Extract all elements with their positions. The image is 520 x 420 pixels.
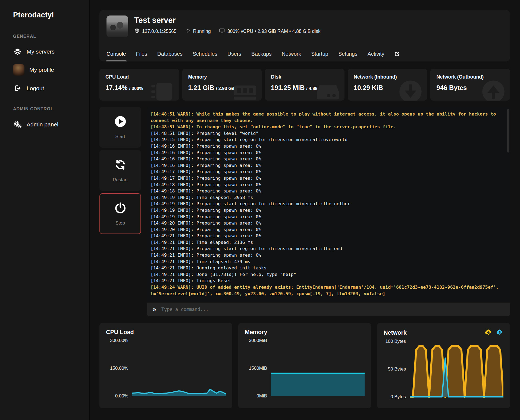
y-tick-label: 300.00% bbox=[110, 338, 128, 343]
sidebar-item-label: Admin panel bbox=[27, 121, 58, 128]
console-scrollbar[interactable] bbox=[507, 109, 509, 153]
layers-icon bbox=[13, 48, 22, 55]
server-title: Test server bbox=[134, 16, 321, 25]
stat-value: 1.21 GiB bbox=[188, 84, 214, 91]
external-link-icon[interactable] bbox=[394, 51, 400, 57]
console-line: [14:48:51 INFO]: Preparing level "world" bbox=[151, 130, 503, 137]
server-status: Running bbox=[185, 28, 211, 35]
charts-row: CPU Load 300.00%150.00%0.00% Memory 3000… bbox=[99, 323, 510, 408]
stat-card-memory: Memory1.21 GiB/ 2.93 GiB bbox=[182, 69, 262, 101]
cpu-chart-ylabels: 300.00%150.00%0.00% bbox=[106, 340, 132, 397]
console-line: [14:49:21 INFO]: Preparing start region … bbox=[151, 245, 503, 252]
network-chart-plot bbox=[410, 340, 503, 398]
y-tick-label: 150.00% bbox=[110, 366, 128, 371]
console-line: [14:49:20 INFO]: Preparing spawn area: 0… bbox=[151, 226, 503, 233]
console-line: [14:49:19 INFO]: Preparing start region … bbox=[151, 201, 503, 207]
wifi-icon bbox=[185, 28, 191, 35]
tab-backups[interactable]: Backups bbox=[251, 46, 272, 61]
cloud-download-icon bbox=[485, 329, 492, 337]
server-address: 127.0.0.1:25565 bbox=[134, 28, 177, 35]
brand-logo: Pterodactyl bbox=[13, 11, 89, 19]
stat-value: 191.25 MiB bbox=[271, 84, 305, 91]
console-line: [14:49:21 INFO]: Preparing spawn area: 0… bbox=[151, 252, 503, 259]
memory-icon bbox=[232, 78, 258, 101]
tab-files[interactable]: Files bbox=[136, 46, 147, 61]
start-button[interactable]: Start bbox=[99, 107, 141, 148]
console-log[interactable]: [14:48:51 WARN]: While this makes the ga… bbox=[147, 107, 510, 303]
console-line: [14:49:16 INFO]: Preparing spawn area: 0… bbox=[151, 143, 503, 150]
globe-icon bbox=[134, 28, 140, 35]
tab-users[interactable]: Users bbox=[227, 46, 241, 61]
cpu-load-chart: CPU Load 300.00%150.00%0.00% bbox=[99, 323, 232, 408]
console-line: [14:49:16 INFO]: Preparing spawn area: 0… bbox=[151, 150, 503, 156]
stat-value: 10.29 KiB bbox=[354, 84, 383, 91]
download-circle-icon bbox=[397, 78, 424, 101]
server-thumbnail bbox=[106, 15, 128, 37]
stop-button[interactable]: Stop bbox=[99, 193, 141, 234]
console-line: [14:49:17 INFO]: Preparing spawn area: 0… bbox=[151, 175, 503, 182]
cloud-upload-icon bbox=[496, 329, 503, 337]
prompt-chevrons-icon: » bbox=[153, 306, 156, 313]
profile-avatar bbox=[13, 64, 24, 76]
stat-card-network-outbound: Network (Outbound)946 Bytes bbox=[430, 69, 510, 101]
tab-schedules[interactable]: Schedules bbox=[193, 46, 217, 61]
command-input[interactable] bbox=[161, 306, 504, 312]
y-tick-label: 50 Bytes bbox=[388, 366, 406, 372]
server-specs: 300% vCPU • 2.93 GiB RAM • 4.88 GiB disk bbox=[219, 28, 321, 35]
tab-databases[interactable]: Databases bbox=[157, 46, 183, 61]
sidebar-item-logout[interactable]: Logout bbox=[13, 85, 89, 92]
stat-card-network-inbound: Network (Inbound)10.29 KiB bbox=[348, 69, 427, 101]
console-line: [14:48:51 WARN]: While this makes the ga… bbox=[151, 111, 503, 124]
console-line: [14:49:24 WARN]: UUID of added entity al… bbox=[151, 284, 503, 297]
sidebar-item-label: My profile bbox=[29, 67, 54, 73]
stat-card-disk: Disk191.25 MiB/ 4.88 GiB bbox=[265, 69, 344, 101]
server-address-text: 127.0.0.1:25565 bbox=[142, 29, 177, 34]
tab-startup[interactable]: Startup bbox=[311, 46, 328, 61]
sidebar-item-my-servers[interactable]: My servers bbox=[13, 48, 89, 55]
sidebar-item-label: Logout bbox=[27, 85, 44, 92]
memory-chart: Memory 3000MiB1500MiB0MiB bbox=[238, 323, 371, 408]
stat-limit: / 300% bbox=[129, 86, 143, 91]
monitor-icon bbox=[219, 28, 225, 35]
sidebar-item-my-profile[interactable]: My profile bbox=[13, 64, 89, 76]
console-line: [14:49:21 INFO]: Preparing spawn area: 0… bbox=[151, 233, 503, 239]
memory-chart-ylabels: 3000MiB1500MiB0MiB bbox=[245, 340, 271, 397]
tab-network[interactable]: Network bbox=[282, 46, 301, 61]
play-icon bbox=[114, 115, 127, 129]
sidebar: Pterodactyl GENERAL My servers My profil… bbox=[0, 0, 90, 420]
console-line: [14:49:18 INFO]: Preparing spawn area: 0… bbox=[151, 182, 503, 188]
stat-value: 946 Bytes bbox=[436, 84, 467, 91]
sidebar-item-admin-panel[interactable]: Admin panel bbox=[13, 120, 89, 128]
y-tick-label: 0 Bytes bbox=[390, 394, 406, 400]
console-line: [14:49:16 INFO]: Preparing spawn area: 0… bbox=[151, 162, 503, 169]
restart-button[interactable]: Restart bbox=[99, 150, 141, 191]
tab-activity[interactable]: Activity bbox=[368, 46, 384, 61]
network-chart: Network bbox=[377, 323, 510, 408]
console-line: [14:49:20 INFO]: Preparing spawn area: 0… bbox=[151, 220, 503, 226]
stat-value: 17.14% bbox=[105, 84, 127, 91]
tab-settings[interactable]: Settings bbox=[338, 46, 357, 61]
chip-icon bbox=[149, 78, 176, 101]
power-buttons: Start Restart bbox=[99, 107, 141, 316]
network-chart-ylabels: 100 Bytes50 Bytes0 Bytes bbox=[384, 340, 410, 398]
console-line: [14:49:21 INFO]: Time elapsed: 2136 ms bbox=[151, 239, 503, 246]
restart-icon bbox=[114, 158, 127, 172]
start-label: Start bbox=[115, 134, 125, 139]
console-line: [14:49:21 INFO]: Timings Reset bbox=[151, 278, 503, 284]
logout-icon bbox=[13, 85, 22, 92]
console-line: [14:49:19 INFO]: Preparing spawn area: 0… bbox=[151, 214, 503, 220]
disk-icon bbox=[315, 78, 341, 101]
server-header: Test server 127.0.0.1:25565 Running bbox=[99, 10, 510, 61]
console-line: [14:49:21 INFO]: Done (31.731s)! For hel… bbox=[151, 271, 503, 278]
tab-console[interactable]: Console bbox=[106, 46, 126, 61]
network-legend bbox=[485, 329, 503, 337]
console-line: [14:49:19 INFO]: Time elapsed: 3958 ms bbox=[151, 194, 503, 201]
restart-label: Restart bbox=[113, 177, 128, 183]
console-line: [14:49:16 INFO]: Preparing spawn area: 0… bbox=[151, 156, 503, 162]
stat-card-cpu-load: CPU Load17.14%/ 300% bbox=[99, 69, 179, 101]
stats-row: CPU Load17.14%/ 300%Memory1.21 GiB/ 2.93… bbox=[99, 69, 510, 101]
tabs-row: ConsoleFilesDatabasesSchedulesUsersBacku… bbox=[106, 46, 503, 61]
gears-icon bbox=[13, 120, 22, 128]
console-line: [14:49:17 INFO]: Preparing spawn area: 0… bbox=[151, 169, 503, 175]
chart-title: CPU Load bbox=[106, 329, 134, 336]
